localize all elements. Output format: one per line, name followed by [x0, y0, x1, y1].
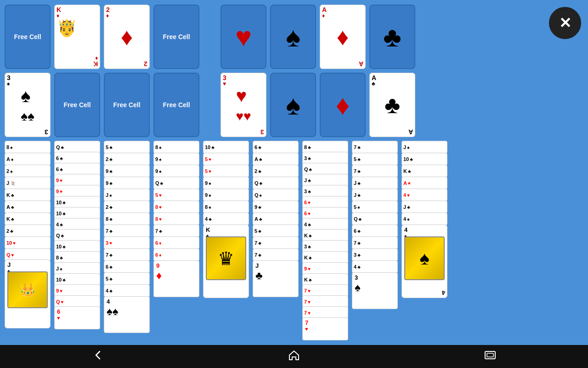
col6-card10[interactable]: 7♣ [253, 248, 299, 261]
recents-button[interactable] [484, 350, 497, 363]
col3-card1[interactable]: 5♣ [104, 141, 150, 154]
col9-card1[interactable]: J♠ [401, 141, 447, 154]
col4-card7[interactable]: 8♥ [153, 213, 199, 225]
col2-bottom-card[interactable]: 6 ♥ [54, 306, 100, 329]
col1-card6[interactable]: A♣ [5, 201, 51, 213]
col5-card6[interactable]: 8♠ [203, 201, 249, 213]
foundation-hearts[interactable]: ♥ [220, 5, 266, 69]
column-1[interactable]: 8♠ A♠ 2♠ J🃏 K♣ A♣ K♣ 2♣ 10♥ Q♥ J ♠ 👑 [5, 141, 51, 325]
card-3-hearts[interactable]: 3 ♥ ♥♥♥ 3 [220, 73, 266, 137]
column-5[interactable]: 10♣ 5♥ 5♥ 9♠ 9♠ 8♠ 4♣ K ♣ ♛ [203, 141, 249, 316]
foundation-diamonds[interactable]: A ♦ ♦ A [320, 5, 366, 69]
col4-card9[interactable]: 6♦ [153, 236, 199, 249]
col8-card2[interactable]: 5♣ [352, 153, 398, 166]
col4-bottom-card[interactable]: 9 ♦ [153, 260, 199, 297]
col6-card8[interactable]: 5♣ [253, 224, 299, 237]
col8-card9[interactable]: 7♣ [352, 236, 398, 249]
col9-card4[interactable]: A♥ [401, 177, 447, 190]
col5-card5[interactable]: 9♠ [203, 189, 249, 201]
col3-bottom-card[interactable]: 4 ♠♠ [104, 296, 150, 333]
free-cell-5[interactable]: Free Cell [153, 73, 199, 137]
col4-card1[interactable]: 8♠ [153, 141, 199, 154]
col9-bottom-card[interactable]: 4 ♠ ♠ 4 [401, 224, 447, 298]
col3-card11[interactable]: 6♣ [104, 260, 150, 273]
col5-bottom-card[interactable]: K ♣ ♛ [203, 224, 249, 298]
col9-card7[interactable]: 4♠ [401, 213, 447, 225]
col1-card1[interactable]: 8♠ [5, 141, 51, 154]
second-foundation-diamonds[interactable]: ♦ [320, 73, 366, 137]
col4-card3[interactable]: 9♠ [153, 165, 199, 178]
free-cell-1[interactable]: Free Cell [5, 5, 51, 69]
col8-card7[interactable]: Q♣ [352, 213, 398, 225]
col5-card4[interactable]: 9♠ [203, 177, 249, 190]
close-button[interactable]: ✕ [549, 7, 581, 39]
col3-card7[interactable]: 8♣ [104, 213, 150, 225]
col4-card2[interactable]: 9♠ [153, 153, 199, 166]
col3-card3[interactable]: 9♣ [104, 165, 150, 178]
col6-card4[interactable]: Q♣ [253, 177, 299, 190]
col3-card5[interactable]: J♠ [104, 189, 150, 201]
col6-bottom-card[interactable]: J ♣ [253, 260, 299, 297]
col3-card2[interactable]: 2♣ [104, 153, 150, 166]
col1-card5[interactable]: K♣ [5, 189, 51, 201]
card-3-spades[interactable]: 3 ♠ ♠♠♠ 3 [5, 73, 51, 137]
col6-card2[interactable]: A♣ [253, 153, 299, 166]
col8-card11[interactable]: 4♣ [352, 260, 398, 273]
col8-card4[interactable]: J♣ [352, 177, 398, 190]
free-cell-4[interactable]: Free Cell [104, 73, 150, 137]
col6-card5[interactable]: Q♠ [253, 189, 299, 201]
col1-card9[interactable]: 10♥ [5, 236, 51, 249]
col3-card13[interactable]: 4♣ [104, 284, 150, 297]
col9-card2[interactable]: 10♣ [401, 153, 447, 166]
home-button[interactable] [288, 349, 300, 364]
col8-card1[interactable]: 7♣ [352, 141, 398, 154]
col9-card6[interactable]: J♣ [401, 201, 447, 213]
col9-card3[interactable]: K♣ [401, 165, 447, 178]
col5-card2[interactable]: 5♥ [203, 153, 249, 166]
col1-card7[interactable]: K♣ [5, 213, 51, 225]
col6-card6[interactable]: 9♣ [253, 201, 299, 213]
col8-card6[interactable]: 5♠ [352, 201, 398, 213]
col8-bottom-card[interactable]: 3 ♠ [352, 272, 398, 309]
col3-card6[interactable]: 2♣ [104, 201, 150, 213]
free-cell-2[interactable]: Free Cell [153, 5, 199, 69]
col3-card4[interactable]: 9♣ [104, 177, 150, 190]
col3-card10[interactable]: 7♣ [104, 248, 150, 261]
col1-card4[interactable]: J🃏 [5, 177, 51, 190]
column-6[interactable]: 6♣ A♣ 2♣ Q♣ Q♠ 9♣ A♣ 5♣ 7♣ 7♣ J ♣ [253, 141, 299, 325]
col6-card3[interactable]: 2♣ [253, 165, 299, 178]
col9-card5[interactable]: 4♥ [401, 189, 447, 201]
col1-card8[interactable]: 2♣ [5, 224, 51, 237]
col4-card8[interactable]: 7♣ [153, 224, 199, 237]
column-2[interactable]: Q♣ 6♣ 6♣ 9♥ 9♥ 10♣ 10♣ 4♣ Q♣ 10♣ 8♣ J♠ 1… [54, 141, 100, 348]
foundation-spades[interactable]: ♠ [270, 5, 316, 69]
card-ace-clubs[interactable]: A ♣ ♣ A [369, 73, 415, 137]
col3-card12[interactable]: 5♣ [104, 272, 150, 285]
col4-card10[interactable]: 6♦ [153, 248, 199, 261]
col3-card9[interactable]: 3♥ [104, 236, 150, 249]
col1-card2[interactable]: A♠ [5, 153, 51, 166]
col8-card3[interactable]: 7♣ [352, 165, 398, 178]
col8-card5[interactable]: J♣ [352, 189, 398, 201]
foundation-clubs[interactable]: ♣ [369, 5, 415, 69]
card-king-diamonds[interactable]: K ♦ 🤴 K ♦ [54, 5, 100, 69]
col6-card7[interactable]: A♣ [253, 213, 299, 225]
col7-bottom-card[interactable]: 7 ♥ [302, 317, 348, 340]
col4-card4[interactable]: Q♣ [153, 177, 199, 190]
column-8[interactable]: 7♣ 5♣ 7♣ J♣ J♣ 5♠ Q♣ 6♣ 7♣ 3♣ 4♣ 3 ♠ [352, 141, 398, 334]
col1-bottom-card[interactable]: J ♠ 👑 [5, 259, 51, 328]
column-9[interactable]: J♠ 10♣ K♣ A♥ 4♥ J♣ 4♠ 4 ♠ ♠ 4 [401, 141, 447, 325]
second-foundation-spades[interactable]: ♠ [270, 73, 316, 137]
col3-card8[interactable]: 7♣ [104, 224, 150, 237]
col8-card10[interactable]: 3♣ [352, 248, 398, 261]
back-button[interactable] [91, 349, 104, 364]
col5-card3[interactable]: 5♥ [203, 165, 249, 178]
col6-card1[interactable]: 6♣ [253, 141, 299, 154]
column-7[interactable]: 8♣ 3♣ Q♣ J♣ 3♣ 6♥ 6♥ 4♣ K♣ 3♣ K♣ 9♥ K♣ 7… [302, 141, 348, 357]
column-4[interactable]: 8♠ 9♠ 9♠ Q♣ 5♥ 8♥ 8♥ 7♣ 6♦ 6♦ 9 ♦ [153, 141, 199, 325]
col8-card8[interactable]: 6♣ [352, 224, 398, 237]
col4-card5[interactable]: 5♥ [153, 189, 199, 201]
card-2-diamonds[interactable]: 2 ♦ ♦ 2 [104, 5, 150, 69]
col5-card1[interactable]: 10♣ [203, 141, 249, 154]
col1-card3[interactable]: 2♠ [5, 165, 51, 178]
